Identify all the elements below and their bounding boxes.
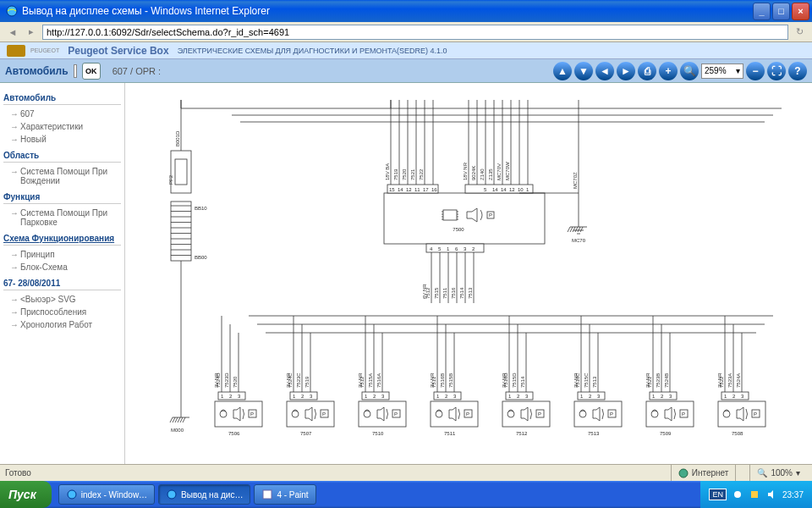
svg-text:16: 16 xyxy=(431,187,437,192)
taskbar-item[interactable]: 4 - Paint xyxy=(254,484,315,505)
nav-down-icon[interactable]: ▼ xyxy=(574,62,593,80)
svg-text:12: 12 xyxy=(406,187,412,192)
search-icon[interactable]: 🔍 xyxy=(680,62,699,80)
svg-text:7512: 7512 xyxy=(516,431,528,436)
app-subtitle: ЭЛЕКТРИЧЕСКИЕ СХЕМЫ ДЛЯ ДИАГНОСТИКИ И РЕ… xyxy=(178,47,447,55)
car-input[interactable] xyxy=(74,64,77,78)
start-button[interactable]: Пуск xyxy=(0,481,52,508)
help-icon[interactable]: ? xyxy=(788,62,807,80)
lang-indicator[interactable]: EN xyxy=(709,489,727,500)
url-input[interactable] xyxy=(42,25,788,40)
fullscreen-icon[interactable]: ⛶ xyxy=(767,62,786,80)
svg-text:7514: 7514 xyxy=(520,376,525,388)
breadcrumb: 607 / OPR : xyxy=(112,66,161,76)
svg-text:17: 17 xyxy=(423,187,429,192)
ie-icon xyxy=(5,4,19,18)
car-label: Автомобиль xyxy=(5,65,69,77)
svg-text:7520: 7520 xyxy=(233,376,238,388)
minimize-button[interactable]: _ xyxy=(753,3,771,20)
sidebar-section-schema[interactable]: Схема Функционирования xyxy=(3,234,121,246)
sidebar-item[interactable]: →Блок-Схема xyxy=(3,261,121,273)
svg-rect-14 xyxy=(387,185,438,193)
taskbar-item[interactable]: index - Window… xyxy=(58,484,155,505)
svg-text:7507: 7507 xyxy=(300,431,312,436)
sidebar-item[interactable]: →Система Помощи При Вождении xyxy=(3,165,121,187)
back-icon[interactable]: ◄ xyxy=(5,25,20,40)
sidebar-item[interactable]: →Новый xyxy=(3,133,121,146)
tray-icon[interactable] xyxy=(749,489,760,500)
zoom-display[interactable]: 259%▾ xyxy=(701,64,743,79)
tray-icon[interactable] xyxy=(732,489,743,500)
nav-right-icon[interactable]: ► xyxy=(617,62,635,80)
svg-line-112 xyxy=(180,417,183,422)
svg-text:BB00: BB00 xyxy=(195,255,207,260)
svg-text:7524A: 7524A xyxy=(736,373,741,388)
svg-rect-88 xyxy=(171,202,191,261)
svg-text:PF2: PF2 xyxy=(168,174,173,185)
sidebar-item[interactable]: →Приспособления xyxy=(3,306,121,318)
zoom-in-icon[interactable]: + xyxy=(659,62,678,80)
svg-text:14: 14 xyxy=(398,187,403,192)
nav-left-icon[interactable]: ◄ xyxy=(595,62,614,80)
svg-rect-86 xyxy=(175,159,187,185)
brand-title: Peugeot Service Box xyxy=(68,45,168,57)
sidebar-item[interactable]: →Принцип xyxy=(3,248,121,261)
sidebar-section-date: 67- 28/08/2011 xyxy=(3,279,121,290)
sidebar-item[interactable]: →Хронология Работ xyxy=(3,318,121,331)
sidebar-section-func: Функция xyxy=(3,192,121,204)
svg-text:B001D: B001D xyxy=(175,130,180,146)
zoom-out-icon[interactable]: − xyxy=(746,62,765,80)
svg-text:7521: 7521 xyxy=(410,168,415,180)
svg-text:7516B: 7516B xyxy=(440,373,445,388)
system-tray[interactable]: EN 23:37 xyxy=(700,481,812,508)
svg-text:P: P xyxy=(466,411,469,417)
refresh-icon[interactable]: ↻ xyxy=(792,25,807,40)
svg-text:7515C: 7515C xyxy=(584,373,589,388)
svg-line-77 xyxy=(570,227,573,232)
svg-text:MC70W: MC70W xyxy=(505,162,510,180)
svg-text:P: P xyxy=(250,411,254,417)
nav-up-icon[interactable]: ▲ xyxy=(553,62,572,80)
app-header: PEUGEOT Peugeot Service Box ЭЛЕКТРИЧЕСКИ… xyxy=(0,42,812,59)
svg-text:Z140: Z140 xyxy=(480,168,485,180)
taskbar-item[interactable]: Вывод на дис… xyxy=(158,484,250,505)
svg-rect-1 xyxy=(384,193,545,244)
sidebar-item[interactable]: →<Вьюэр> SVG xyxy=(3,293,121,306)
svg-text:7511: 7511 xyxy=(442,287,447,299)
status-zoom[interactable]: 🔍 100% ▾ xyxy=(749,465,807,481)
svg-text:7508: 7508 xyxy=(732,431,743,436)
svg-point-127 xyxy=(220,411,227,417)
sidebar-item[interactable]: →Характеристики xyxy=(3,120,121,133)
svg-text:P: P xyxy=(538,411,541,417)
sidebar-item[interactable]: →607 xyxy=(3,108,121,120)
svg-text:11: 11 xyxy=(414,187,420,192)
peugeot-logo-icon xyxy=(7,45,25,57)
print-icon[interactable]: ⎙ xyxy=(638,62,656,80)
svg-text:7515D: 7515D xyxy=(512,373,517,388)
svg-text:3V  NR: 3V NR xyxy=(717,373,722,388)
maximize-button[interactable]: □ xyxy=(772,3,790,20)
sidebar-item[interactable]: →Система Помощи При Парковке xyxy=(3,207,121,229)
window-title: Вывод на дисплее схемы - Windows Interne… xyxy=(22,5,753,17)
svg-line-113 xyxy=(183,417,185,422)
ie-status-bar: Готово Интернет 🔍 100% ▾ xyxy=(0,464,812,481)
svg-text:7510: 7510 xyxy=(372,431,384,436)
svg-line-81 xyxy=(580,227,583,232)
svg-text:3V  NR: 3V NR xyxy=(573,373,579,388)
svg-point-191 xyxy=(508,411,514,417)
wiring-diagram[interactable]: 7500P151412111716514141210118V BA7519752… xyxy=(125,83,812,464)
forward-icon[interactable]: ▸ xyxy=(24,25,39,40)
clock[interactable]: 23:37 xyxy=(782,490,804,500)
svg-text:14: 14 xyxy=(492,187,498,192)
svg-text:7506: 7506 xyxy=(228,431,240,436)
window-titlebar: Вывод на дисплее схемы - Windows Interne… xyxy=(0,0,812,22)
svg-text:7516: 7516 xyxy=(451,287,456,299)
sidebar-section-auto: Автомобиль xyxy=(3,93,121,105)
svg-text:9024K: 9024K xyxy=(471,166,476,180)
svg-text:10: 10 xyxy=(518,187,524,192)
svg-text:18V  NR: 18V NR xyxy=(463,162,468,180)
ok-button[interactable]: OK xyxy=(82,63,101,80)
close-button[interactable]: × xyxy=(792,3,809,20)
svg-point-246 xyxy=(68,490,76,499)
tray-volume-icon[interactable] xyxy=(765,489,777,500)
